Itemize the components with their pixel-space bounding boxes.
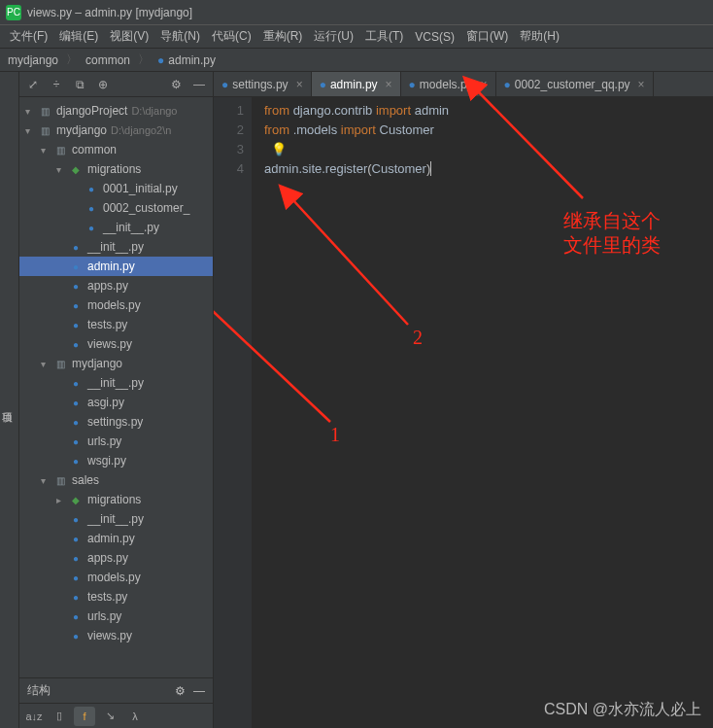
python-icon: ● [68,318,84,331]
python-icon: ● [68,551,84,565]
python-icon: ● [504,78,511,91]
chevron-icon[interactable]: ▾ [25,106,37,117]
tree-item[interactable]: ●views.py [19,334,213,354]
tree-item[interactable]: ●__init__.py [19,373,213,393]
project-panel: ⤢ ÷ ⧉ ⊕ ⚙ — ▾▥djangoProjectD:\django▾▥my… [19,72,214,728]
tree-item[interactable]: ●wsgi.py [19,451,213,470]
python-icon: ● [68,434,84,448]
menu-item[interactable]: 代码(C) [208,26,255,47]
breadcrumb-item[interactable]: mydjango [8,53,58,67]
tree-item[interactable]: ●asgi.py [19,393,213,412]
menu-item[interactable]: 窗口(W) [462,26,512,47]
show-fields-icon[interactable]: f [74,707,95,726]
python-icon: ● [68,512,84,526]
python-icon: ● [84,182,99,195]
menu-item[interactable]: 工具(T) [361,26,407,47]
show-inherited-icon[interactable]: ↘ [99,707,120,726]
tree-item[interactable]: ●0002_customer_ [19,198,213,218]
folder-icon: ▥ [52,143,68,156]
filter-icon[interactable]: ▯ [49,707,70,726]
structure-label: 结构 [27,682,51,699]
project-tab[interactable]: 项目 [0,72,19,728]
tree-item[interactable]: ▾▥common [19,140,213,159]
chevron-icon[interactable]: ▾ [25,125,37,136]
editor-tab[interactable]: ●settings.py× [214,72,312,96]
chevron-icon[interactable]: ▾ [41,359,52,369]
tree-item[interactable]: ●tests.py [19,315,213,334]
tree-item[interactable]: ▾▥mydjangoD:\django2\n [19,121,213,140]
editor-tab[interactable]: ●0002_customer_qq.py× [496,72,654,96]
python-icon: ● [320,78,326,91]
editor-tab[interactable]: ●models.py× [401,72,496,96]
hide-icon[interactable]: — [193,684,205,698]
python-icon: ● [68,571,84,584]
collapse-icon[interactable]: ⧉ [72,77,87,92]
hide-icon[interactable]: — [191,77,207,92]
breadcrumb-item[interactable]: common [85,53,130,67]
close-icon[interactable]: × [481,78,488,91]
select-opened-icon[interactable]: ÷ [49,77,64,92]
python-icon: ● [68,609,84,623]
tree-item[interactable]: ▾▥sales [19,470,213,490]
window-title: views.py – admin.py [mydjango] [27,6,192,19]
menubar: 文件(F)编辑(E)视图(V)导航(N)代码(C)重构(R)运行(U)工具(T)… [0,25,713,49]
close-icon[interactable]: × [296,78,303,91]
gear-icon[interactable]: ⚙ [175,684,186,698]
tree-item[interactable]: ●__init__.py [19,218,213,237]
python-icon: ● [84,201,99,215]
tree-item[interactable]: ●tests.py [19,587,213,607]
close-icon[interactable]: × [386,78,392,91]
tree-item[interactable]: ●__init__.py [19,237,213,257]
tree-item[interactable]: ●admin.py [19,529,213,548]
menu-item[interactable]: 编辑(E) [55,26,102,47]
menu-item[interactable]: VCS(S) [411,28,458,46]
tree-item[interactable]: ●apps.py [19,276,213,295]
menu-item[interactable]: 重构(R) [259,26,307,47]
tree-item[interactable]: ●0001_initial.py [19,179,213,198]
tree-item[interactable]: ●urls.py [19,607,213,626]
breadcrumb-item[interactable]: ●admin.py [157,53,216,67]
menu-item[interactable]: 文件(F) [6,26,51,47]
tree-item[interactable]: ▾▥djangoProjectD:\django [19,101,213,121]
tree-item[interactable]: ●models.py [19,295,213,315]
menu-item[interactable]: 帮助(H) [516,26,563,47]
sort-alpha-icon[interactable]: a↓z [23,707,45,726]
tree-item[interactable]: ▾◆migrations [19,159,213,179]
menu-item[interactable]: 视图(V) [106,26,153,47]
chevron-icon[interactable]: ▾ [41,145,52,156]
tree-item[interactable]: ●__init__.py [19,509,213,529]
expand-all-icon[interactable]: ⤢ [25,77,41,92]
chevron-icon[interactable]: ▾ [56,164,68,175]
tree-item[interactable]: ●settings.py [19,412,213,432]
menu-item[interactable]: 运行(U) [310,26,357,47]
folder-icon: ▥ [52,473,68,487]
python-icon: ● [221,78,228,91]
bulb-icon[interactable]: 💡 [271,142,287,156]
python-icon: ● [68,376,84,390]
chevron-icon[interactable]: ▸ [56,495,68,505]
menu-item[interactable]: 导航(N) [156,26,204,47]
structure-header[interactable]: 结构 ⚙ — [19,677,213,703]
show-lambda-icon[interactable]: λ [124,707,146,726]
tree-item[interactable]: ●admin.py [19,257,213,276]
close-icon[interactable]: × [638,78,645,91]
tree-item[interactable]: ●apps.py [19,548,213,568]
chevron-icon[interactable]: ▾ [41,475,52,486]
locate-icon[interactable]: ⊕ [95,77,111,92]
python-icon: ● [68,629,84,642]
editor-tab[interactable]: ●admin.py× [312,72,401,96]
python-icon: ● [68,396,84,409]
gear-icon[interactable]: ⚙ [168,77,184,92]
tree-item[interactable]: ●views.py [19,626,213,645]
code[interactable]: from django.contrib import admin from .m… [253,97,713,728]
tree-item[interactable]: ▾▥mydjango [19,354,213,373]
tree-item[interactable]: ●models.py [19,568,213,587]
python-icon: ● [68,279,84,293]
python-icon: ● [68,590,84,604]
tree-item[interactable]: ▸◆migrations [19,490,213,509]
python-icon: ● [68,260,84,273]
watermark: CSDN @水亦流人必上 [544,700,701,720]
tree-item[interactable]: ●urls.py [19,432,213,451]
project-toolbar: ⤢ ÷ ⧉ ⊕ ⚙ — [19,72,213,97]
editor-tabs: ●settings.py×●admin.py×●models.py×●0002_… [214,72,713,97]
